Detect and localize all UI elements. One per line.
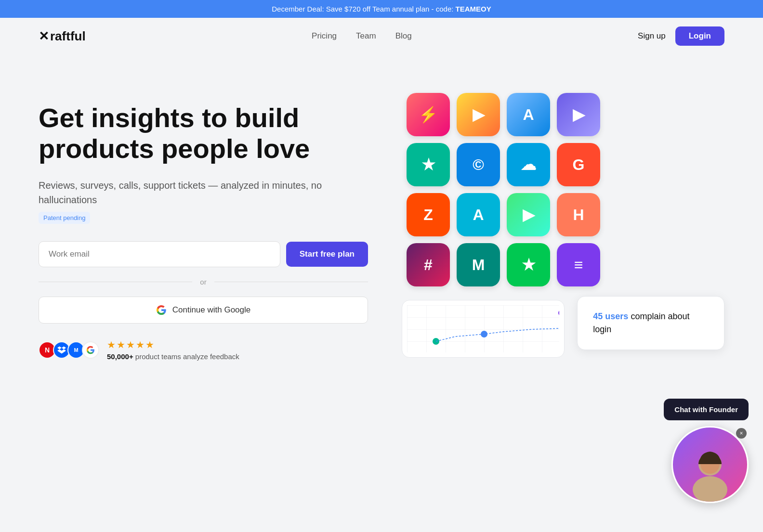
divider: or bbox=[39, 278, 368, 286]
appfollow-icon: ★ bbox=[407, 143, 450, 186]
zapier-yellow-icon: ▶ bbox=[457, 93, 500, 136]
logo-icon: ✕ bbox=[39, 29, 49, 44]
clearbit-icon: © bbox=[457, 143, 500, 186]
divider-line-left bbox=[39, 282, 192, 282]
logo[interactable]: ✕ raftful bbox=[39, 29, 86, 44]
chat-close-button[interactable]: × bbox=[736, 428, 747, 439]
chat-bubble[interactable]: Chat with Founder bbox=[664, 399, 749, 420]
bottom-row: 45 users complain about login bbox=[397, 296, 724, 358]
social-proof: N M ★★★★★ bbox=[39, 339, 368, 361]
nav-blog[interactable]: Blog bbox=[395, 31, 412, 41]
banner-text: December Deal: Save $720 off Team annual… bbox=[272, 5, 455, 13]
proof-count-bold: 50,000+ bbox=[107, 352, 133, 361]
google-btn-label: Continue with Google bbox=[172, 305, 251, 315]
proof-count-text: product teams analyze feedback bbox=[133, 352, 239, 361]
star-icon: ★ bbox=[507, 243, 550, 286]
chart-svg bbox=[407, 305, 559, 352]
subtitle-text: Reviews, surveys, calls, support tickets… bbox=[39, 178, 368, 207]
google-signin-button[interactable]: Continue with Google bbox=[39, 297, 368, 324]
notion-icon: ≡ bbox=[557, 243, 600, 286]
promo-banner: December Deal: Save $720 off Team annual… bbox=[0, 0, 763, 18]
play-store-2-icon: ▶ bbox=[507, 193, 550, 236]
tapfiliate-icon: ⚡ bbox=[407, 93, 450, 136]
app-icons-grid: ⚡▶A▶★©☁GZA▶H#M★≡ bbox=[397, 83, 724, 296]
patent-badge: Patent pending bbox=[39, 212, 90, 224]
dropbox-icon bbox=[57, 346, 66, 354]
salesforce-icon: ☁ bbox=[507, 143, 550, 186]
left-panel: Get insights to build products people lo… bbox=[39, 83, 368, 361]
insights-text: 45 users complain about login bbox=[593, 310, 709, 336]
nav-pricing[interactable]: Pricing bbox=[312, 31, 337, 41]
insights-card: 45 users complain about login bbox=[577, 296, 724, 350]
app-store-icon: A bbox=[507, 93, 550, 136]
google-meet-icon: M bbox=[457, 243, 500, 286]
g2-icon: G bbox=[557, 143, 600, 186]
slack-icon: # bbox=[407, 243, 450, 286]
svg-point-2 bbox=[693, 476, 727, 502]
nav-actions: Sign up Login bbox=[638, 26, 724, 46]
chat-avatar[interactable] bbox=[671, 426, 749, 503]
zapier-icon: Z bbox=[407, 193, 450, 236]
right-panel: ⚡▶A▶★©☁GZA▶H#M★≡ bbox=[397, 83, 724, 358]
logo-text: raftful bbox=[50, 29, 86, 44]
chat-avatar-container: × bbox=[671, 426, 749, 503]
avatar-google bbox=[82, 341, 99, 359]
google-icon bbox=[156, 305, 167, 315]
chat-widget: Chat with Founder × bbox=[664, 399, 749, 503]
insights-highlight: 45 users bbox=[593, 311, 628, 321]
star-rating: ★★★★★ bbox=[107, 339, 239, 350]
divider-line-right bbox=[214, 282, 368, 282]
google-g-icon bbox=[86, 346, 95, 354]
avatar-group: N M bbox=[39, 341, 99, 359]
proof-text: ★★★★★ 50,000+ product teams analyze feed… bbox=[107, 339, 239, 361]
chart-area bbox=[402, 300, 565, 358]
hubspot-icon: H bbox=[557, 193, 600, 236]
login-button[interactable]: Login bbox=[675, 26, 724, 46]
signup-button[interactable]: Sign up bbox=[638, 31, 666, 41]
main-content: Get insights to build products people lo… bbox=[0, 54, 763, 380]
founder-avatar-svg bbox=[681, 444, 739, 502]
hero-title: Get insights to build products people lo… bbox=[39, 103, 368, 165]
start-free-plan-button[interactable]: Start free plan bbox=[286, 242, 368, 267]
signup-form: Start free plan bbox=[39, 241, 368, 267]
nav-links: Pricing Team Blog bbox=[312, 31, 412, 41]
divider-text: or bbox=[200, 278, 206, 286]
app-store-2-icon: A bbox=[457, 193, 500, 236]
nav-team[interactable]: Team bbox=[356, 31, 376, 41]
email-input[interactable] bbox=[39, 241, 280, 267]
promo-code: TEAMEOY bbox=[456, 5, 491, 13]
hero-subtitle: Reviews, surveys, calls, support tickets… bbox=[39, 178, 368, 224]
navbar: ✕ raftful Pricing Team Blog Sign up Logi… bbox=[0, 18, 763, 54]
play-store-icon: ▶ bbox=[557, 93, 600, 136]
proof-count: 50,000+ product teams analyze feedback bbox=[107, 352, 239, 361]
